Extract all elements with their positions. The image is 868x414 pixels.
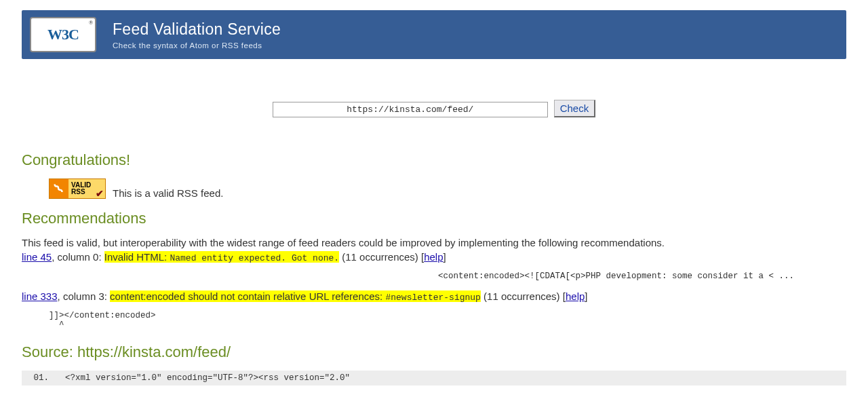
issue-snippet: ]]></content:encoded> ^ xyxy=(22,311,846,330)
source-code: <?xml version="1.0" encoding="UTF-8"?><r… xyxy=(65,373,350,383)
issue-message: Invalid HTML: Named entity expected. Got… xyxy=(104,251,339,263)
valid-badge-row: ⌇ VALID RSS ✔ This is a valid RSS feed. xyxy=(49,178,846,199)
source-heading: Source: https://kinsta.com/feed/ xyxy=(22,343,846,361)
issue-count: (11 occurrences) [ xyxy=(339,251,424,263)
issue-message: content:encoded should not contain relat… xyxy=(110,290,481,302)
recommendations-intro: This feed is valid, but interoperability… xyxy=(22,237,846,248)
help-link[interactable]: help xyxy=(566,290,585,302)
valid-badge-text: VALID RSS ✔ xyxy=(68,179,105,198)
banner-titles: Feed Validation Service Check the syntax… xyxy=(113,20,281,50)
issue-line-link[interactable]: line 45 xyxy=(22,251,52,263)
issue-line: line 333, column 3: content:encoded shou… xyxy=(22,290,846,303)
issue-line-link[interactable]: line 333 xyxy=(22,290,58,302)
line-number: 01. xyxy=(27,373,49,383)
feed-url-input[interactable] xyxy=(273,102,548,117)
check-form: Check xyxy=(22,100,846,117)
bracket-close: ] xyxy=(443,251,446,263)
registered-mark: ® xyxy=(89,20,92,26)
banner-subtitle: Check the syntax of Atom or RSS feeds xyxy=(113,41,281,50)
help-link[interactable]: help xyxy=(424,251,443,263)
page-banner: W3C ® Feed Validation Service Check the … xyxy=(22,10,846,59)
valid-rss-badge: ⌇ VALID RSS ✔ xyxy=(49,178,106,199)
issue-message-code: #newsletter-signup xyxy=(385,293,480,303)
source-row: 01.<?xml version="1.0" encoding="UTF-8"?… xyxy=(22,371,846,385)
check-button[interactable]: Check xyxy=(554,100,596,117)
issue-column: , column 3: xyxy=(58,290,111,302)
w3c-logo: W3C ® xyxy=(30,17,96,52)
rss-icon: ⌇ xyxy=(50,179,68,198)
recommendations-heading: Recommendations xyxy=(22,210,846,227)
issue-count: (11 occurrences) [ xyxy=(481,290,566,302)
issue-line: line 45, column 0: Invalid HTML: Named e… xyxy=(22,251,846,263)
congrats-heading: Congratulations! xyxy=(22,151,846,169)
valid-note: This is a valid RSS feed. xyxy=(113,187,223,199)
issue-snippet: <content:encoded><![CDATA[<p>PHP develop… xyxy=(22,271,846,281)
checkmark-icon: ✔ xyxy=(96,189,104,199)
bracket-close: ] xyxy=(585,290,587,302)
valid-badge-bottom: RSS xyxy=(71,189,85,196)
w3c-logo-text: W3C xyxy=(47,26,79,43)
issue-message-code: Named entity expected. Got none. xyxy=(170,253,339,263)
banner-title: Feed Validation Service xyxy=(113,20,281,39)
issue-column: , column 0: xyxy=(52,251,104,263)
